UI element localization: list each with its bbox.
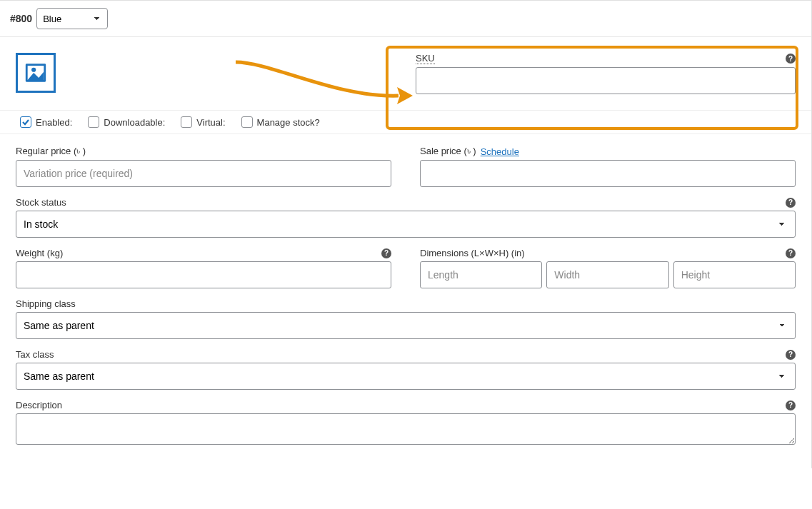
sale-price-input[interactable] bbox=[420, 160, 796, 187]
dimensions-label: Dimensions (L×W×H) (in) bbox=[420, 248, 525, 258]
sale-price-label: Sale price (৳ ) bbox=[420, 146, 476, 157]
stock-status-label: Stock status bbox=[16, 197, 66, 208]
help-icon[interactable]: ? bbox=[381, 248, 391, 258]
tax-class-select[interactable]: Same as parent bbox=[16, 363, 796, 390]
image-icon bbox=[24, 61, 48, 85]
tax-class-label: Tax class bbox=[16, 349, 54, 360]
virtual-label: Virtual: bbox=[196, 117, 225, 128]
help-icon[interactable]: ? bbox=[786, 400, 796, 410]
regular-price-input[interactable] bbox=[16, 160, 391, 187]
weight-input[interactable] bbox=[16, 261, 391, 288]
variation-image-placeholder[interactable] bbox=[16, 53, 56, 93]
svg-point-2 bbox=[31, 68, 36, 72]
help-icon[interactable]: ? bbox=[786, 198, 796, 208]
schedule-link[interactable]: Schedule bbox=[481, 146, 519, 157]
height-input[interactable] bbox=[673, 261, 796, 288]
sku-input[interactable] bbox=[416, 67, 796, 94]
stock-status-select[interactable]: In stock bbox=[16, 211, 796, 238]
manage-stock-label: Manage stock? bbox=[257, 117, 320, 128]
downloadable-checkbox[interactable]: Downloadable: bbox=[88, 116, 165, 128]
sku-label: SKU bbox=[416, 53, 435, 64]
help-icon[interactable]: ? bbox=[786, 248, 796, 258]
downloadable-label: Downloadable: bbox=[104, 117, 165, 128]
help-icon[interactable]: ? bbox=[786, 350, 796, 360]
manage-stock-checkbox[interactable]: Manage stock? bbox=[241, 116, 320, 128]
enabled-checkbox[interactable]: Enabled: bbox=[20, 116, 72, 128]
help-icon[interactable]: ? bbox=[786, 54, 796, 64]
variation-id: #800 bbox=[10, 13, 32, 24]
shipping-class-select[interactable]: Same as parent bbox=[16, 312, 796, 339]
regular-price-label: Regular price (৳ ) bbox=[16, 146, 86, 157]
variation-attribute-select[interactable]: Blue bbox=[36, 8, 108, 29]
length-input[interactable] bbox=[420, 261, 542, 288]
shipping-class-label: Shipping class bbox=[16, 298, 76, 309]
description-textarea[interactable] bbox=[16, 413, 796, 445]
virtual-checkbox[interactable]: Virtual: bbox=[181, 116, 225, 128]
weight-label: Weight (kg) bbox=[16, 248, 63, 258]
enabled-label: Enabled: bbox=[36, 117, 72, 128]
width-input[interactable] bbox=[546, 261, 668, 288]
description-label: Description bbox=[16, 400, 62, 410]
